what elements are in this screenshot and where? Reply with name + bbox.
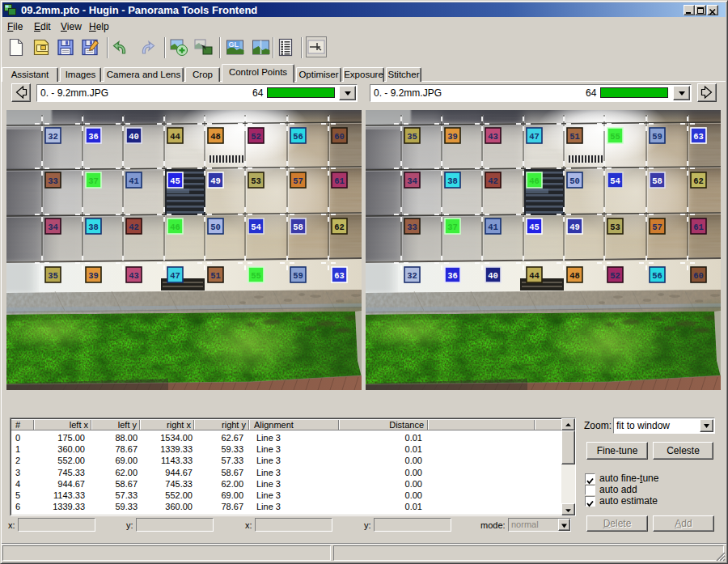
svg-text:33: 33: [48, 176, 58, 186]
svg-text:57: 57: [652, 223, 662, 232]
svg-text:41: 41: [129, 176, 139, 186]
svg-text:62: 62: [693, 176, 704, 186]
svg-text:36: 36: [447, 271, 458, 281]
svg-text:50: 50: [569, 176, 580, 186]
svg-text:43: 43: [129, 271, 139, 281]
svg-text:63: 63: [334, 271, 345, 281]
svg-text:52: 52: [251, 132, 261, 142]
svg-text:37: 37: [447, 223, 458, 232]
svg-text:55: 55: [610, 132, 620, 142]
svg-text:40: 40: [488, 271, 498, 281]
svg-text:33: 33: [407, 223, 417, 232]
svg-text:48: 48: [569, 271, 580, 281]
svg-text:35: 35: [48, 271, 58, 281]
svg-text:63: 63: [693, 132, 704, 142]
svg-text:60: 60: [693, 271, 704, 281]
svg-text:47: 47: [529, 132, 540, 142]
svg-text:39: 39: [88, 271, 99, 281]
svg-text:41: 41: [488, 223, 498, 232]
svg-text:54: 54: [251, 223, 261, 232]
svg-text:56: 56: [652, 271, 662, 281]
svg-text:45: 45: [170, 176, 180, 186]
svg-text:34: 34: [407, 176, 417, 186]
svg-text:43: 43: [488, 132, 498, 142]
svg-text:48: 48: [210, 132, 221, 142]
svg-text:44: 44: [170, 132, 180, 142]
svg-text:59: 59: [652, 132, 662, 142]
svg-text:32: 32: [407, 271, 417, 281]
svg-text:GL: GL: [229, 40, 239, 49]
svg-text:34: 34: [48, 223, 58, 232]
svg-text:38: 38: [88, 223, 99, 232]
svg-text:52: 52: [610, 271, 620, 281]
svg-text:38: 38: [447, 176, 458, 186]
svg-text:60: 60: [334, 132, 345, 142]
svg-text:36: 36: [88, 132, 99, 142]
svg-text:46: 46: [170, 223, 180, 232]
svg-text:61: 61: [334, 176, 345, 186]
svg-text:42: 42: [488, 176, 498, 186]
svg-text:32: 32: [48, 132, 58, 142]
svg-text:37: 37: [88, 176, 99, 186]
svg-text:49: 49: [210, 176, 221, 186]
svg-text:53: 53: [251, 176, 261, 186]
svg-text:50: 50: [210, 223, 221, 232]
svg-text:44: 44: [529, 271, 540, 281]
svg-text:45: 45: [529, 223, 540, 232]
svg-text:49: 49: [569, 223, 580, 232]
svg-text:47: 47: [170, 271, 180, 281]
svg-text:56: 56: [293, 132, 303, 142]
svg-text:51: 51: [569, 132, 580, 142]
svg-text:40: 40: [129, 132, 139, 142]
svg-text:51: 51: [210, 271, 221, 281]
svg-text:35: 35: [407, 132, 417, 142]
svg-text:58: 58: [652, 176, 662, 186]
svg-text:39: 39: [447, 132, 458, 142]
svg-text:46: 46: [529, 176, 540, 186]
svg-text:55: 55: [251, 271, 261, 281]
svg-text:61: 61: [693, 223, 704, 232]
svg-text:58: 58: [293, 223, 303, 232]
svg-text:57: 57: [293, 176, 303, 186]
svg-text:53: 53: [610, 223, 620, 232]
svg-text:42: 42: [129, 223, 139, 232]
svg-text:62: 62: [334, 223, 345, 232]
svg-text:59: 59: [293, 271, 303, 281]
svg-text:54: 54: [610, 176, 620, 186]
